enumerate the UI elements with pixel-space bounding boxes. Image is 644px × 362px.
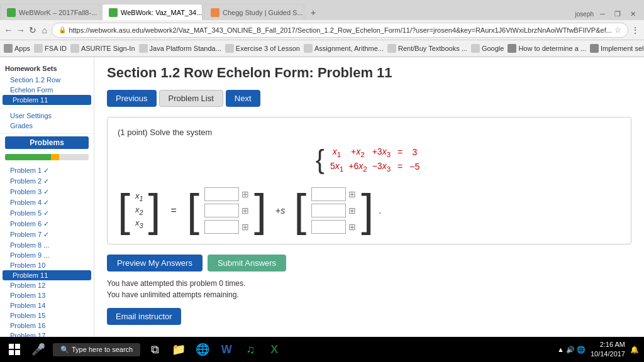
tab-label-2: WeBWork: Vaz_MAT_34... <box>121 9 202 16</box>
problem-item-11[interactable]: Problem 11 <box>3 270 91 280</box>
minimize-button[interactable]: ─ <box>596 8 609 20</box>
matrix-section: [ x1 x2 x3 ] = [ <box>118 187 621 234</box>
bookmark-how[interactable]: How to determine a ... <box>508 44 586 53</box>
preview-answers-button[interactable]: Preview My Answers <box>107 255 203 272</box>
bookmark-fsaid[interactable]: FSA ID <box>34 44 67 53</box>
extensions-button[interactable]: ⋮ <box>631 23 640 38</box>
new-tab-button[interactable]: + <box>306 5 321 20</box>
eq2-x2: +6x2 <box>347 160 369 173</box>
matrix1-r3c1-input[interactable] <box>204 220 239 234</box>
problems-label: Problems <box>5 136 89 149</box>
problem-item-14[interactable]: Problem 14 <box>0 300 94 310</box>
matrix2-r3c1-input[interactable] <box>311 220 346 234</box>
matrix1-r3-expand-icon[interactable]: ⊞ <box>242 222 249 232</box>
matrix2-row-3: ⊞ <box>311 220 356 234</box>
bookmark-google[interactable]: Google <box>471 44 504 53</box>
sidebar-section-label[interactable]: Section 1.2 Row <box>0 75 94 85</box>
var-x1: x1 <box>135 191 143 202</box>
bookmarks-bar: Apps FSA ID ASURITE Sign-In Java Platfor… <box>0 40 644 57</box>
bookmark-assignment[interactable]: Assignment, Arithme... <box>304 44 384 53</box>
problem-item-15[interactable]: Problem 15 <box>0 310 94 321</box>
close-window-button[interactable]: ✕ <box>626 8 639 20</box>
task-view-icon[interactable]: ⧉ <box>145 340 164 350</box>
taskbar-icons-group: ▲ 🔊 🌐 <box>557 346 586 351</box>
previous-button[interactable]: Previous <box>107 90 157 107</box>
bookmark-exercise-label: Exercise 3 of Lesson <box>236 45 300 52</box>
matrix2-r1-expand-icon[interactable]: ⊞ <box>348 189 356 199</box>
bookmark-google-label: Google <box>482 45 504 52</box>
attempts-text: You have attempted this problem 0 times. <box>107 279 631 288</box>
problem-item-8[interactable]: Problem 8 ... <box>0 240 94 250</box>
back-button[interactable]: ← <box>4 23 13 38</box>
sidebar-echelon-label[interactable]: Echelon Form <box>0 85 94 95</box>
problem-item-4[interactable]: Problem 4 ✓ <box>0 197 94 208</box>
reload-button[interactable]: ↻ <box>28 23 37 38</box>
problem-item-3[interactable]: Problem 3 ✓ <box>0 187 94 197</box>
java-icon <box>139 44 148 53</box>
sidebar-user-settings[interactable]: User Settings <box>0 111 94 121</box>
bookmark-java[interactable]: Java Platform Standa... <box>139 44 221 53</box>
matrix2-bracket-left: [ <box>294 191 306 229</box>
matrix1-r2c1-input[interactable] <box>204 204 239 217</box>
problem-item-13[interactable]: Problem 13 <box>0 290 94 300</box>
notification-icon[interactable]: 🔔 <box>630 346 639 351</box>
problem-item-6[interactable]: Problem 6 ✓ <box>0 219 94 229</box>
var-x3: x3 <box>135 218 143 229</box>
submit-answers-button[interactable]: Submit Answers <box>208 255 286 272</box>
cortana-microphone-icon[interactable]: 🎤 <box>29 340 48 350</box>
file-explorer-icon[interactable]: 📁 <box>169 340 188 350</box>
equation-row-1: x1 +x2 +3x3 = 3 <box>328 146 421 159</box>
problem-item-2[interactable]: Problem 2 ✓ <box>0 176 94 187</box>
problem-list-button[interactable]: Problem List <box>159 90 223 107</box>
plus-s-label: +s <box>272 206 289 216</box>
problem-item-10[interactable]: Problem 10 <box>0 260 94 270</box>
points-text: (1 point) <box>118 128 148 137</box>
address-bar[interactable]: 🔒 https://webwork.asu.edu/webwork2/Vaz_M… <box>52 23 628 38</box>
matrix1-r1c1-input[interactable] <box>204 187 239 201</box>
matrix2-r2c1-input[interactable] <box>311 204 346 217</box>
tab-webwork1[interactable]: WeBWorK – 2017Fall8-... ✕ <box>0 4 101 20</box>
matrix1-r1-expand-icon[interactable]: ⊞ <box>242 189 249 199</box>
lhs-row-3: x3 <box>135 218 143 229</box>
tab-webwork2[interactable]: WeBWork: Vaz_MAT_34... ✕ <box>102 4 203 20</box>
problem-item-12[interactable]: Problem 12 <box>0 280 94 290</box>
svg-rect-0 <box>9 344 14 349</box>
forward-button[interactable]: → <box>16 23 25 38</box>
bookmark-exercise[interactable]: Exercise 3 of Lesson <box>225 44 300 53</box>
tab-chegg[interactable]: Chegg Study | Guided S... ✕ <box>204 4 304 20</box>
bookmark-assignment-label: Assignment, Arithme... <box>314 45 384 52</box>
svg-rect-1 <box>15 344 20 349</box>
excel-icon[interactable]: X <box>265 340 284 350</box>
problem-item-9[interactable]: Problem 9 ... <box>0 250 94 260</box>
problem-item-7[interactable]: Problem 7 ✓ <box>0 229 94 240</box>
next-button[interactable]: Next <box>226 90 260 107</box>
matrix2-r3-expand-icon[interactable]: ⊞ <box>348 222 356 232</box>
problem-item-5[interactable]: Problem 5 ✓ <box>0 208 94 219</box>
bookmark-fsaid-label: FSA ID <box>45 45 67 52</box>
matrix2-r1c1-input[interactable] <box>311 187 346 201</box>
sidebar-problem-11-active[interactable]: Problem 11 <box>3 95 91 105</box>
tab-bar: WeBWorK – 2017Fall8-... ✕ WeBWork: Vaz_M… <box>0 0 644 20</box>
spotify-icon[interactable]: ♫ <box>241 340 260 350</box>
bookmark-implement[interactable]: Implement selection <box>590 44 644 53</box>
bookmark-star-icon[interactable]: ☆ <box>614 26 621 35</box>
problem-item-1[interactable]: Problem 1 ✓ <box>0 165 94 176</box>
matrix2-r2-expand-icon[interactable]: ⊞ <box>348 206 356 216</box>
sidebar-grades[interactable]: Grades <box>0 121 94 131</box>
equation-row-2: 5x1 +6x2 −3x3 = −5 <box>328 160 421 173</box>
edge-icon[interactable]: 🌐 <box>193 340 212 350</box>
search-bar[interactable]: 🔍 Type here to search <box>53 343 140 351</box>
problem-item-16[interactable]: Problem 16 <box>0 321 94 331</box>
taskbar: 🎤 🔍 Type here to search ⧉ 📁 🌐 W ♫ X ▲ 🔊 … <box>0 337 644 350</box>
bookmark-apps[interactable]: Apps <box>4 44 30 53</box>
email-instructor-button[interactable]: Email instructor <box>107 308 181 325</box>
word-icon[interactable]: W <box>217 340 236 350</box>
bookmark-asurite[interactable]: ASURITE Sign-In <box>70 44 135 53</box>
home-button[interactable]: ⌂ <box>40 23 49 38</box>
bookmark-rent[interactable]: Rent/Buy Textbooks ... <box>387 44 467 53</box>
restore-button[interactable]: ❐ <box>611 8 624 20</box>
matrix1-r2-expand-icon[interactable]: ⊞ <box>242 206 249 216</box>
date-display: 10/14/2017 <box>591 349 625 350</box>
eq2-sign: = <box>394 160 406 173</box>
windows-start-icon[interactable] <box>5 340 24 350</box>
